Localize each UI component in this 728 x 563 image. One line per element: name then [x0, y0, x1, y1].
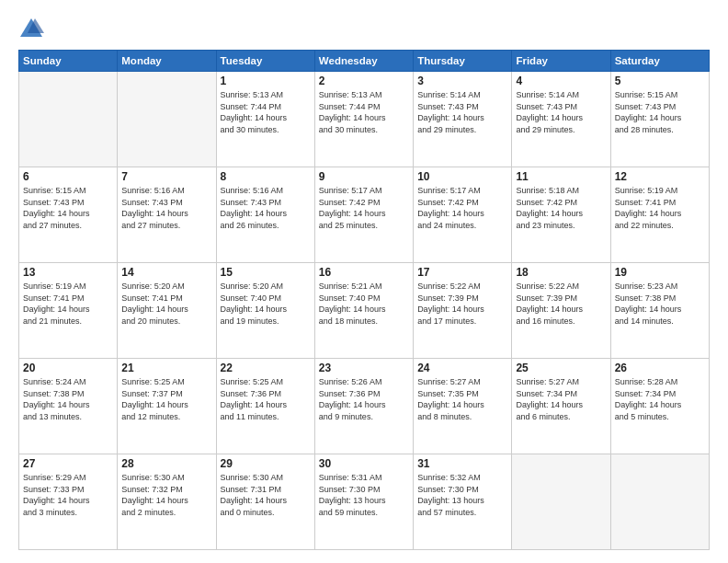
day-number: 9 — [319, 170, 409, 183]
weekday-header-monday: Monday — [118, 51, 216, 72]
day-info: Sunrise: 5:25 AM Sunset: 7:37 PM Dayligh… — [121, 376, 211, 422]
day-info: Sunrise: 5:14 AM Sunset: 7:43 PM Dayligh… — [417, 89, 507, 135]
day-number: 3 — [417, 75, 507, 87]
calendar-day-cell: 28Sunrise: 5:30 AM Sunset: 7:32 PM Dayli… — [118, 454, 216, 550]
day-number: 14 — [121, 266, 211, 279]
day-number: 23 — [319, 362, 409, 374]
day-info: Sunrise: 5:21 AM Sunset: 7:40 PM Dayligh… — [319, 281, 409, 327]
logo — [18, 17, 48, 42]
day-number: 28 — [121, 457, 211, 470]
day-info: Sunrise: 5:16 AM Sunset: 7:43 PM Dayligh… — [221, 185, 311, 231]
day-info: Sunrise: 5:18 AM Sunset: 7:42 PM Dayligh… — [516, 185, 606, 231]
calendar-day-cell: 11Sunrise: 5:18 AM Sunset: 7:42 PM Dayli… — [512, 167, 610, 263]
day-info: Sunrise: 5:30 AM Sunset: 7:32 PM Dayligh… — [121, 472, 211, 518]
day-number: 24 — [417, 362, 507, 374]
day-number: 4 — [516, 75, 606, 87]
day-number: 10 — [417, 170, 507, 183]
day-number: 8 — [221, 170, 311, 183]
calendar-day-cell: 1Sunrise: 5:13 AM Sunset: 7:44 PM Daylig… — [216, 72, 314, 167]
day-info: Sunrise: 5:22 AM Sunset: 7:39 PM Dayligh… — [417, 281, 507, 327]
day-info: Sunrise: 5:13 AM Sunset: 7:44 PM Dayligh… — [319, 89, 409, 135]
calendar-week-row: 13Sunrise: 5:19 AM Sunset: 7:41 PM Dayli… — [19, 263, 710, 359]
calendar-day-cell: 22Sunrise: 5:25 AM Sunset: 7:36 PM Dayli… — [216, 359, 314, 454]
day-info: Sunrise: 5:22 AM Sunset: 7:39 PM Dayligh… — [516, 281, 606, 327]
day-info: Sunrise: 5:24 AM Sunset: 7:38 PM Dayligh… — [23, 376, 113, 422]
calendar-week-row: 27Sunrise: 5:29 AM Sunset: 7:33 PM Dayli… — [19, 454, 710, 550]
logo-icon — [18, 17, 44, 42]
calendar-day-cell: 3Sunrise: 5:14 AM Sunset: 7:43 PM Daylig… — [414, 72, 512, 167]
day-info: Sunrise: 5:25 AM Sunset: 7:36 PM Dayligh… — [221, 376, 311, 422]
calendar-day-cell — [19, 72, 118, 167]
day-info: Sunrise: 5:13 AM Sunset: 7:44 PM Dayligh… — [221, 89, 311, 135]
calendar-day-cell: 20Sunrise: 5:24 AM Sunset: 7:38 PM Dayli… — [19, 359, 118, 454]
day-number: 15 — [221, 266, 311, 279]
day-number: 22 — [221, 362, 311, 374]
calendar-week-row: 20Sunrise: 5:24 AM Sunset: 7:38 PM Dayli… — [19, 359, 710, 454]
day-info: Sunrise: 5:16 AM Sunset: 7:43 PM Dayligh… — [121, 185, 211, 231]
calendar-day-cell: 14Sunrise: 5:20 AM Sunset: 7:41 PM Dayli… — [118, 263, 216, 359]
calendar-day-cell: 4Sunrise: 5:14 AM Sunset: 7:43 PM Daylig… — [512, 72, 610, 167]
calendar-day-cell — [118, 72, 216, 167]
day-info: Sunrise: 5:30 AM Sunset: 7:31 PM Dayligh… — [221, 472, 311, 518]
weekday-header-saturday: Saturday — [610, 51, 709, 72]
day-number: 2 — [319, 75, 409, 87]
day-info: Sunrise: 5:27 AM Sunset: 7:34 PM Dayligh… — [516, 376, 606, 422]
day-info: Sunrise: 5:32 AM Sunset: 7:30 PM Dayligh… — [417, 472, 507, 518]
day-info: Sunrise: 5:17 AM Sunset: 7:42 PM Dayligh… — [319, 185, 409, 231]
weekday-header-sunday: Sunday — [19, 51, 118, 72]
calendar-day-cell: 17Sunrise: 5:22 AM Sunset: 7:39 PM Dayli… — [414, 263, 512, 359]
day-number: 5 — [615, 75, 705, 87]
day-info: Sunrise: 5:23 AM Sunset: 7:38 PM Dayligh… — [615, 281, 705, 327]
weekday-header-thursday: Thursday — [414, 51, 512, 72]
calendar-day-cell: 12Sunrise: 5:19 AM Sunset: 7:41 PM Dayli… — [610, 167, 709, 263]
day-info: Sunrise: 5:20 AM Sunset: 7:40 PM Dayligh… — [221, 281, 311, 327]
day-info: Sunrise: 5:28 AM Sunset: 7:34 PM Dayligh… — [615, 376, 705, 422]
day-info: Sunrise: 5:19 AM Sunset: 7:41 PM Dayligh… — [23, 281, 113, 327]
day-info: Sunrise: 5:31 AM Sunset: 7:30 PM Dayligh… — [319, 472, 409, 518]
day-number: 1 — [221, 75, 311, 87]
calendar-day-cell: 26Sunrise: 5:28 AM Sunset: 7:34 PM Dayli… — [610, 359, 709, 454]
day-number: 29 — [221, 457, 311, 470]
day-number: 6 — [23, 170, 113, 183]
calendar-day-cell: 19Sunrise: 5:23 AM Sunset: 7:38 PM Dayli… — [610, 263, 709, 359]
calendar-day-cell: 2Sunrise: 5:13 AM Sunset: 7:44 PM Daylig… — [314, 72, 413, 167]
day-info: Sunrise: 5:14 AM Sunset: 7:43 PM Dayligh… — [516, 89, 606, 135]
day-number: 20 — [23, 362, 113, 374]
calendar-week-row: 6Sunrise: 5:15 AM Sunset: 7:43 PM Daylig… — [19, 167, 710, 263]
day-info: Sunrise: 5:26 AM Sunset: 7:36 PM Dayligh… — [319, 376, 409, 422]
day-number: 18 — [516, 266, 606, 279]
calendar-day-cell: 9Sunrise: 5:17 AM Sunset: 7:42 PM Daylig… — [314, 167, 413, 263]
day-info: Sunrise: 5:27 AM Sunset: 7:35 PM Dayligh… — [417, 376, 507, 422]
page: SundayMondayTuesdayWednesdayThursdayFrid… — [0, 0, 728, 563]
calendar-day-cell: 16Sunrise: 5:21 AM Sunset: 7:40 PM Dayli… — [314, 263, 413, 359]
day-number: 26 — [615, 362, 705, 374]
calendar-day-cell: 13Sunrise: 5:19 AM Sunset: 7:41 PM Dayli… — [19, 263, 118, 359]
day-number: 25 — [516, 362, 606, 374]
day-info: Sunrise: 5:15 AM Sunset: 7:43 PM Dayligh… — [615, 89, 705, 135]
calendar-day-cell: 15Sunrise: 5:20 AM Sunset: 7:40 PM Dayli… — [216, 263, 314, 359]
calendar-day-cell: 18Sunrise: 5:22 AM Sunset: 7:39 PM Dayli… — [512, 263, 610, 359]
day-number: 11 — [516, 170, 606, 183]
calendar-day-cell: 30Sunrise: 5:31 AM Sunset: 7:30 PM Dayli… — [314, 454, 413, 550]
header — [18, 17, 710, 42]
weekday-header-row: SundayMondayTuesdayWednesdayThursdayFrid… — [19, 51, 710, 72]
calendar-day-cell: 8Sunrise: 5:16 AM Sunset: 7:43 PM Daylig… — [216, 167, 314, 263]
weekday-header-wednesday: Wednesday — [314, 51, 413, 72]
day-info: Sunrise: 5:17 AM Sunset: 7:42 PM Dayligh… — [417, 185, 507, 231]
calendar-day-cell: 5Sunrise: 5:15 AM Sunset: 7:43 PM Daylig… — [610, 72, 709, 167]
calendar-day-cell: 6Sunrise: 5:15 AM Sunset: 7:43 PM Daylig… — [19, 167, 118, 263]
day-number: 17 — [417, 266, 507, 279]
day-number: 12 — [615, 170, 705, 183]
day-number: 7 — [121, 170, 211, 183]
day-number: 13 — [23, 266, 113, 279]
day-info: Sunrise: 5:15 AM Sunset: 7:43 PM Dayligh… — [23, 185, 113, 231]
calendar-day-cell: 25Sunrise: 5:27 AM Sunset: 7:34 PM Dayli… — [512, 359, 610, 454]
calendar-day-cell: 7Sunrise: 5:16 AM Sunset: 7:43 PM Daylig… — [118, 167, 216, 263]
calendar-day-cell: 27Sunrise: 5:29 AM Sunset: 7:33 PM Dayli… — [19, 454, 118, 550]
calendar-day-cell: 29Sunrise: 5:30 AM Sunset: 7:31 PM Dayli… — [216, 454, 314, 550]
day-info: Sunrise: 5:19 AM Sunset: 7:41 PM Dayligh… — [615, 185, 705, 231]
calendar-table: SundayMondayTuesdayWednesdayThursdayFrid… — [18, 50, 710, 550]
day-number: 27 — [23, 457, 113, 470]
calendar-day-cell: 31Sunrise: 5:32 AM Sunset: 7:30 PM Dayli… — [414, 454, 512, 550]
day-number: 31 — [417, 457, 507, 470]
